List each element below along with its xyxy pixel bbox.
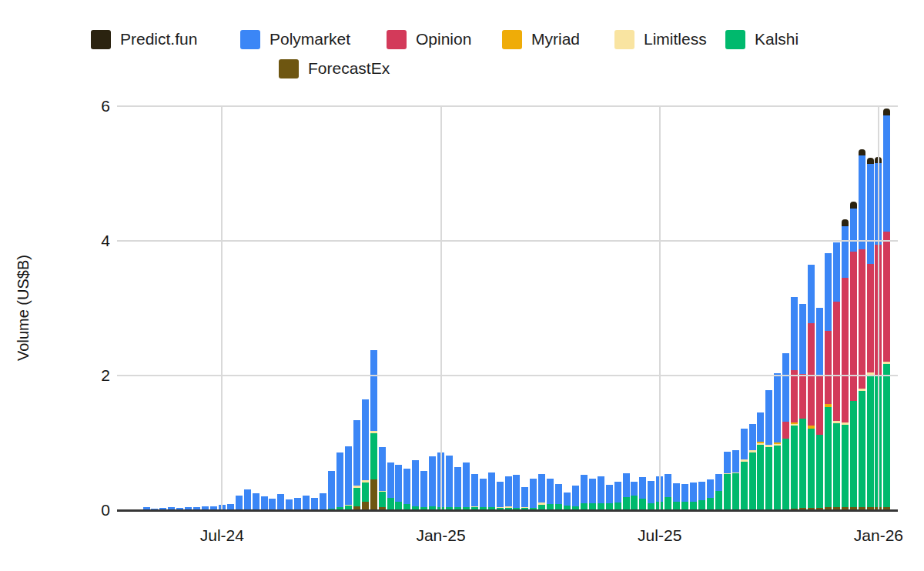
bar-week-65 <box>690 0 697 510</box>
bar-segment-opinion <box>791 370 798 422</box>
y-tick-label: 4 <box>79 231 110 251</box>
bar-week-22 <box>328 0 335 510</box>
bar-week-66 <box>698 0 705 510</box>
bar-segment-polymarket <box>808 265 815 323</box>
bar-segment-polymarket <box>420 471 427 507</box>
bar-segment-polymarket <box>564 493 571 506</box>
bar-segment-opinion <box>859 249 865 389</box>
bar-week-6 <box>193 0 200 510</box>
bar-segment-polymarket <box>412 460 419 506</box>
bar-segment-polymarket <box>505 476 512 506</box>
bar-segment-polymarket <box>463 462 470 507</box>
bar-segment-polymarket <box>471 474 478 506</box>
bar-segment-limitless <box>757 443 764 445</box>
bar-week-13 <box>253 0 259 510</box>
bar-segment-polymarket <box>833 242 840 302</box>
bar-week-50 <box>564 0 571 510</box>
bar-segment-limitless <box>724 473 731 474</box>
x-axis-line <box>117 509 898 512</box>
bar-segment-kalshi <box>842 425 849 507</box>
bar-week-62 <box>665 0 671 510</box>
bar-segment-limitless <box>471 506 478 507</box>
bar-segment-polymarket <box>555 484 562 504</box>
bar-week-19 <box>303 0 310 510</box>
bar-week-45 <box>521 0 528 510</box>
bar-segment-myriad <box>808 426 815 429</box>
bar-segment-opinion <box>842 278 849 422</box>
bar-segment-polymarket <box>387 462 394 498</box>
bar-segment-kalshi <box>850 401 857 507</box>
bar-segment-limitless <box>497 507 504 508</box>
bar-week-86 <box>867 0 874 510</box>
bar-segment-polymarket <box>328 471 335 509</box>
bar-segment-predictfun <box>883 109 890 115</box>
bar-segment-polymarket <box>395 465 402 502</box>
bar-segment-polymarket <box>648 481 654 503</box>
bar-segment-kalshi <box>362 483 369 502</box>
bar-week-18 <box>294 0 301 510</box>
bar-week-64 <box>681 0 688 510</box>
bar-segment-myriad <box>774 442 781 444</box>
bar-segment-polymarket <box>774 373 781 442</box>
bar-week-12 <box>244 0 251 510</box>
bar-week-1 <box>151 0 158 510</box>
bar-segment-polymarket <box>665 474 671 497</box>
bar-week-67 <box>707 0 714 510</box>
bar-week-40 <box>480 0 487 510</box>
bar-week-37 <box>454 0 461 510</box>
bar-week-27 <box>370 0 377 510</box>
bar-segment-kalshi <box>825 407 832 507</box>
bar-segment-polymarket <box>782 353 789 422</box>
bar-week-56 <box>614 0 621 510</box>
x-tick-label: Jan-26 <box>854 526 903 545</box>
bar-segment-polymarket <box>698 482 705 500</box>
bar-segment-myriad <box>757 442 764 443</box>
bar-week-74 <box>765 0 772 510</box>
bar-segment-polymarket <box>606 485 613 503</box>
x-tick-label: Jan-25 <box>416 526 465 545</box>
bar-segment-kalshi <box>859 391 865 507</box>
y-tick-label: 2 <box>79 366 110 386</box>
bar-week-21 <box>320 0 326 510</box>
bar-segment-polymarket <box>480 479 487 507</box>
bar-segment-polymarket <box>379 447 386 491</box>
bar-segment-polymarket <box>707 479 714 498</box>
bar-segment-polymarket <box>623 473 630 497</box>
bar-week-60 <box>648 0 654 510</box>
bar-week-75 <box>774 0 781 510</box>
bar-segment-limitless <box>521 507 528 508</box>
bar-week-76 <box>782 0 789 510</box>
bar-segment-kalshi <box>765 447 772 510</box>
bar-segment-polymarket <box>353 420 360 486</box>
bar-week-15 <box>269 0 276 510</box>
bar-segment-opinion <box>816 376 823 435</box>
bar-week-23 <box>336 0 343 510</box>
bar-week-3 <box>168 0 175 510</box>
bar-segment-kalshi <box>757 445 764 510</box>
bar-week-14 <box>261 0 268 510</box>
bar-week-32 <box>412 0 419 510</box>
bar-segment-predictfun <box>867 158 874 164</box>
bar-segment-polymarket <box>497 482 504 507</box>
h-gridline-4 <box>117 240 898 242</box>
bar-segment-polymarket <box>572 486 579 506</box>
bar-segment-polymarket <box>345 446 352 505</box>
bar-segment-polymarket <box>614 482 621 503</box>
bar-segment-limitless <box>774 444 781 446</box>
bar-week-29 <box>387 0 394 510</box>
bar-segment-kalshi <box>867 375 874 507</box>
bar-week-70 <box>732 0 739 510</box>
bar-week-59 <box>639 0 646 510</box>
bar-week-38 <box>463 0 470 510</box>
bar-week-80 <box>816 0 823 510</box>
bar-week-30 <box>395 0 402 510</box>
v-gridline-jul-25 <box>659 106 661 510</box>
bar-segment-polymarket <box>311 498 318 510</box>
bar-week-17 <box>286 0 293 510</box>
bar-week-77 <box>791 0 798 510</box>
bar-segment-kalshi <box>379 492 386 507</box>
bar-week-8 <box>210 0 217 510</box>
bar-segment-polymarket <box>269 499 276 510</box>
bar-segment-kalshi <box>623 497 630 510</box>
bar-segment-polymarket <box>867 164 874 264</box>
